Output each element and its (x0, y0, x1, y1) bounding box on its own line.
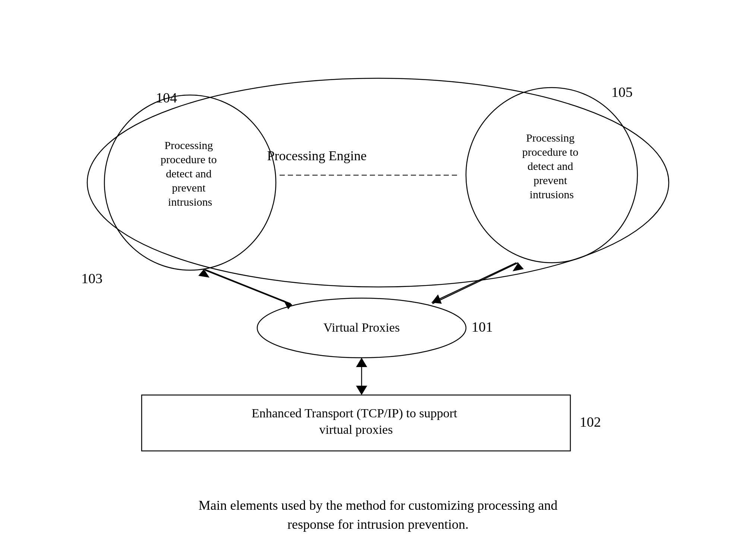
ref-102-label: 102 (580, 414, 601, 430)
processing-engine-label: Processing Engine (267, 148, 367, 163)
virtual-proxies-label: Virtual Proxies (324, 320, 400, 334)
ref-103-label: 103 (81, 271, 103, 286)
figure-caption: Main elements used by the method for cus… (117, 496, 639, 534)
enhanced-transport-label: Enhanced Transport (TCP/IP) to support v… (252, 406, 460, 436)
arrow-left-down (205, 270, 292, 305)
caption-line1: Main elements used by the method for cus… (199, 498, 558, 513)
ref-104-label: 104 (156, 90, 177, 105)
left-circle-text: Processing procedure to detect and preve… (161, 139, 220, 208)
caption-line2: response for intrusion prevention. (287, 517, 469, 532)
ref-105-label: 105 (611, 84, 633, 100)
right-circle-text: Processing procedure to detect and preve… (522, 132, 581, 200)
arrowhead-up (356, 358, 367, 367)
ref-101-label: 101 (472, 319, 493, 335)
arrow-left-up (204, 269, 291, 304)
arrowhead-down (356, 386, 367, 395)
arrow-right-down (432, 263, 516, 303)
diagram-container: 104 105 103 101 102 Processing Engine Pr… (37, 22, 719, 507)
arrow-right-up (432, 263, 518, 304)
